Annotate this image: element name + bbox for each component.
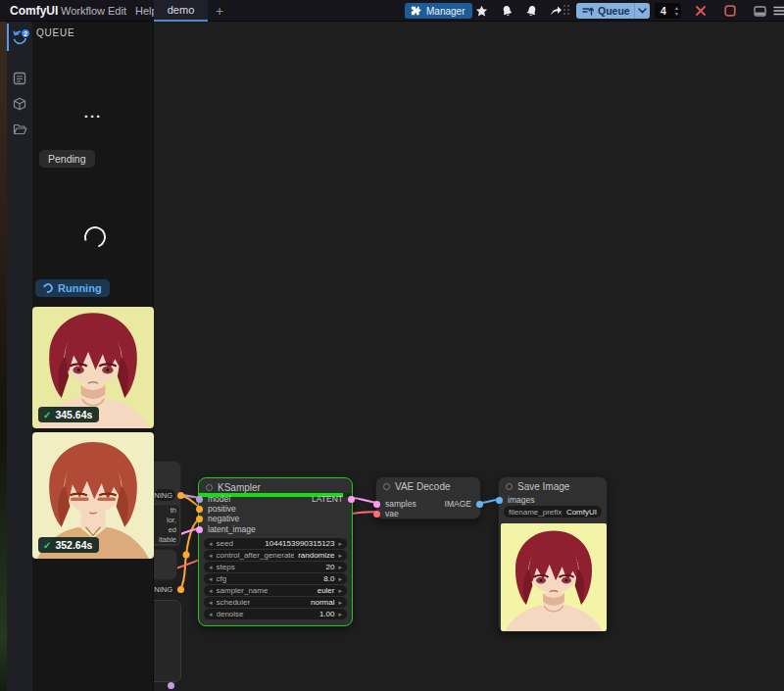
input-slot-vae[interactable]: vae <box>373 509 399 518</box>
input-slot-model[interactable]: model <box>196 494 230 504</box>
output-slot-latent[interactable]: LATENT <box>312 494 355 504</box>
sidebar-item-model-library[interactable] <box>7 92 32 116</box>
widget-value: 1044153990315123 <box>265 539 334 548</box>
latent-image-slot-dot[interactable] <box>196 526 203 533</box>
clipped-node-box[interactable] <box>154 549 177 580</box>
increment-arrow-icon[interactable]: ▸ <box>338 597 342 608</box>
widget-name: scheduler <box>217 598 251 607</box>
manager-button[interactable]: Manager <box>405 3 472 19</box>
node-title-bar[interactable]: Save Image <box>499 477 607 492</box>
widget-scheduler[interactable]: ◂ scheduler normal ▸ <box>204 597 347 608</box>
samples-slot-dot[interactable] <box>373 501 380 508</box>
step-down-icon[interactable]: ▼ <box>674 12 679 17</box>
increment-arrow-icon[interactable]: ▸ <box>338 538 342 549</box>
collapse-dot-icon[interactable] <box>506 483 513 490</box>
queue-run-area[interactable]: Queue <box>576 5 634 17</box>
prompt-line: th <box>154 506 176 516</box>
prompt-line: itable <box>154 535 176 545</box>
conditioning-output-dot-2[interactable] <box>177 586 184 593</box>
clipped-slot-dot[interactable] <box>168 682 174 689</box>
menu-edit[interactable]: Edit <box>108 5 126 17</box>
increment-arrow-icon[interactable]: ▸ <box>338 609 342 619</box>
node-title: VAE Decode <box>395 481 451 492</box>
bottom-panel-icon[interactable] <box>751 3 768 19</box>
app-logo[interactable]: ComfyUI <box>10 4 58 18</box>
sidebar-item-queue[interactable]: 2 <box>7 25 32 49</box>
new-workflow-tab-button[interactable]: + <box>212 1 227 21</box>
slot-label: negative <box>208 514 239 523</box>
increment-arrow-icon[interactable]: ▸ <box>338 585 342 596</box>
slot-label: latent_image <box>208 524 256 534</box>
input-slot-negative[interactable]: negative <box>196 514 239 523</box>
widget-denoise[interactable]: ◂ denoise 1.00 ▸ <box>204 609 347 619</box>
images-slot-dot[interactable] <box>496 497 503 504</box>
conditioning-output-dot[interactable] <box>177 492 184 499</box>
negative-slot-dot[interactable] <box>196 516 203 522</box>
collapse-dot-icon[interactable] <box>383 483 390 490</box>
slot-label: IMAGE <box>445 499 471 509</box>
workflow-tab-demo[interactable]: demo <box>154 0 208 22</box>
batch-count-input[interactable]: 4 ▲▼ <box>655 3 681 19</box>
star-icon[interactable] <box>472 3 490 19</box>
collapse-dot-icon[interactable] <box>206 484 213 491</box>
node-ksampler[interactable]: KSampler model positive negative latent_… <box>198 477 353 626</box>
input-slot-latent-image[interactable]: latent_image <box>196 524 256 534</box>
running-spinner-icon <box>41 281 55 295</box>
positive-slot-dot[interactable] <box>196 506 203 513</box>
widget-name: seed <box>217 539 233 548</box>
node-graph-canvas[interactable]: NING th lor, ed itable NING KSampler mod… <box>154 22 784 691</box>
increment-arrow-icon[interactable]: ▸ <box>338 573 342 584</box>
decrement-arrow-icon[interactable]: ◂ <box>209 609 213 619</box>
node-vae-decode[interactable]: VAE Decode samples vae IMAGE <box>375 476 481 519</box>
decrement-arrow-icon[interactable]: ◂ <box>209 538 213 549</box>
queue-options-chevron[interactable] <box>634 3 650 19</box>
batch-count-stepper[interactable]: ▲▼ <box>672 6 681 17</box>
stop-icon[interactable] <box>721 3 739 19</box>
node-title-bar[interactable]: KSampler <box>199 478 352 493</box>
node-save-image[interactable]: Save Image images filename_prefix ComfyU… <box>498 476 608 632</box>
queue-button[interactable]: Queue <box>576 3 650 19</box>
widget-value: 20 <box>326 563 335 571</box>
bell-slash-icon-2[interactable] <box>522 3 540 19</box>
widget-name: filename_prefix <box>509 508 562 517</box>
widget-steps[interactable]: ◂ steps 20 ▸ <box>204 562 347 572</box>
step-up-icon[interactable]: ▲ <box>674 6 679 11</box>
widget-cfg[interactable]: ◂ cfg 8.0 ▸ <box>204 573 347 584</box>
prompt-text-fragment[interactable]: th lor, ed itable <box>154 504 180 545</box>
input-slot-positive[interactable]: positive <box>196 504 236 514</box>
bell-slash-icon[interactable] <box>498 3 515 19</box>
menu-workflow[interactable]: Workflow <box>61 5 105 17</box>
reroute-dot[interactable] <box>183 552 190 559</box>
output-slot-image[interactable]: IMAGE <box>445 499 483 509</box>
vae-slot-dot[interactable] <box>373 511 380 518</box>
decrement-arrow-icon[interactable]: ◂ <box>209 562 213 572</box>
widget-control-after-generate[interactable]: ◂ control_after_generate randomize ▸ <box>204 550 347 561</box>
sidebar-item-node-library[interactable] <box>7 67 32 90</box>
model-slot-dot[interactable] <box>196 496 203 503</box>
widget-sampler-name[interactable]: ◂ sampler_name euler ▸ <box>204 585 347 596</box>
increment-arrow-icon[interactable]: ▸ <box>338 550 342 561</box>
share-icon[interactable] <box>547 3 564 19</box>
decrement-arrow-icon[interactable]: ◂ <box>209 573 213 584</box>
queue-count-badge: 2 <box>21 28 30 38</box>
widget-filename-prefix[interactable]: filename_prefix ComfyUI <box>504 506 602 518</box>
decrement-arrow-icon[interactable]: ◂ <box>209 550 213 561</box>
queue-result-thumbnail-1[interactable]: ✓ 345.64s <box>32 307 154 428</box>
input-slot-images[interactable]: images <box>496 495 534 505</box>
decrement-arrow-icon[interactable]: ◂ <box>209 585 213 596</box>
drag-handle-icon[interactable] <box>564 5 571 17</box>
hamburger-menu-icon[interactable] <box>770 3 784 19</box>
image-output-dot[interactable] <box>476 501 483 508</box>
latent-output-dot[interactable] <box>348 496 355 503</box>
increment-arrow-icon[interactable]: ▸ <box>338 562 342 572</box>
queue-result-thumbnail-2[interactable]: ✓ 352.64s <box>32 432 154 559</box>
more-items-button[interactable]: ... <box>32 104 154 121</box>
sidebar-item-workflows[interactable] <box>7 117 32 140</box>
widget-seed[interactable]: ◂ seed 1044153990315123 ▸ <box>204 538 347 549</box>
clipped-clip-text-encode-node-2[interactable] <box>154 600 181 682</box>
decrement-arrow-icon[interactable]: ◂ <box>209 597 213 608</box>
comfyui-window: ComfyUI Workflow Edit Help demo + Manage… <box>0 0 784 691</box>
input-slot-samples[interactable]: samples <box>373 499 416 509</box>
cancel-run-icon[interactable] <box>692 3 710 19</box>
node-title-bar[interactable]: VAE Decode <box>376 477 480 492</box>
